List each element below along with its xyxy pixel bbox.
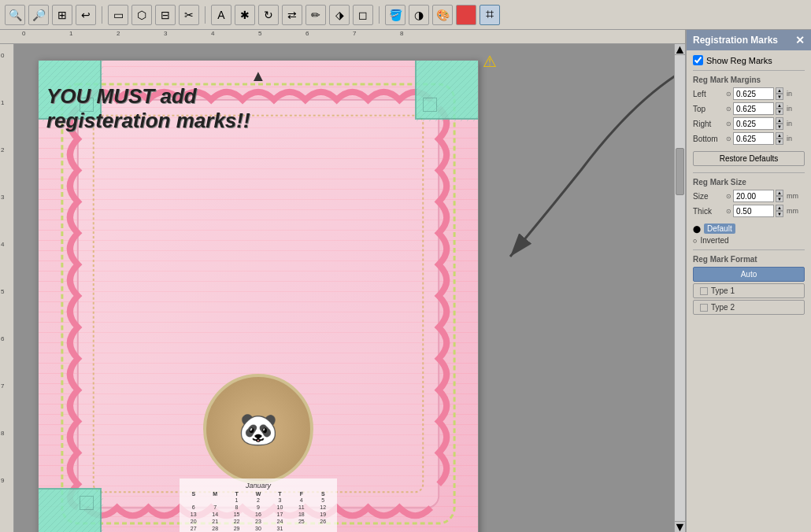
undo-button[interactable]: ↩ [76, 5, 96, 25]
zoom-in-button[interactable]: 🔍 [5, 5, 25, 25]
right-margin-input[interactable] [733, 117, 774, 130]
style-default-radio-icon: ⬤ [693, 225, 701, 233]
thick-up[interactable]: ▲ [776, 205, 783, 211]
bottom-margin-down[interactable]: ▼ [776, 139, 783, 145]
top-margin-group: ⊙ ▲ ▼ in [726, 102, 805, 115]
size-group: ⊙ ▲ ▼ mm [726, 190, 805, 202]
canvas-area[interactable]: 0 1 2 3 4 5 6 7 8 0 1 2 3 4 5 6 7 8 9 [0, 30, 685, 532]
panel-header: Registration Marks ✕ [687, 30, 811, 50]
format-auto-button[interactable]: Auto [693, 267, 805, 282]
cal-header-sun: S [183, 491, 204, 497]
table-row: 13141516171819 [183, 511, 334, 518]
thick-row: Thick ⊙ ▲ ▼ mm [693, 205, 805, 217]
canvas-wrapper[interactable]: ▲ [14, 44, 685, 532]
size-input[interactable] [733, 190, 774, 202]
calendar-body: 12345 6789101112 13141516171819 20212223… [183, 497, 334, 532]
arrow-annotation [487, 68, 683, 272]
style-inverted-radio-icon: ○ [693, 237, 697, 245]
knife-button[interactable]: ✏ [306, 5, 326, 25]
fill-button[interactable]: 🪣 [385, 5, 406, 25]
ruler-top: 0 1 2 3 4 5 6 7 8 [0, 30, 685, 44]
rotate-button[interactable]: ↻ [258, 5, 279, 25]
cut-button[interactable]: ✂ [179, 5, 199, 25]
bottom-margin-up[interactable]: ▲ [776, 132, 783, 139]
palette-button[interactable]: 🎨 [432, 5, 453, 25]
right-margin-down[interactable]: ▼ [776, 124, 783, 130]
size-section: Reg Mark Size Size ⊙ ▲ ▼ mm [693, 178, 805, 217]
format-type2-label: Type 2 [711, 303, 735, 312]
style-default-row[interactable]: ⬤ Default [693, 224, 805, 234]
ruler-label: 0 [22, 30, 25, 37]
select-lasso-button[interactable]: ⬡ [131, 5, 152, 25]
thick-label: Thick [693, 207, 726, 216]
weld-button[interactable]: ⬗ [329, 5, 350, 25]
thick-unit: mm [787, 207, 798, 215]
star-button[interactable]: ✱ [235, 5, 255, 25]
cal-header-thu: T [269, 491, 291, 497]
scrollbar-track[interactable] [675, 55, 685, 521]
bottom-margin-input[interactable] [733, 132, 774, 145]
page-instruction-text: YOU MUST add registeration marks!! [46, 84, 470, 133]
reg-marks-button[interactable]: ⌗ [480, 5, 500, 25]
cal-header-wed: W [247, 491, 268, 497]
mirror-button[interactable]: ⇄ [282, 5, 302, 25]
format-option-group: Auto Type 1 Type 2 [693, 267, 805, 315]
margins-section: Reg Mark Margins Left ⊙ ▲ ▼ in [693, 76, 805, 145]
panel-close-button[interactable]: ✕ [795, 34, 805, 46]
select-rect-button[interactable]: ▭ [108, 5, 128, 25]
left-margin-input[interactable] [733, 87, 774, 100]
top-margin-spinner: ▲ ▼ [776, 102, 783, 115]
page-text-line1: YOU MUST add [46, 84, 470, 109]
gradient-button[interactable]: ◑ [409, 5, 429, 25]
style-inverted-row[interactable]: ○ Inverted [693, 236, 805, 245]
show-reg-marks-checkbox[interactable] [693, 55, 703, 65]
scroll-up-button[interactable]: ▲ [675, 44, 685, 55]
panda-illustration: 🐼 [203, 374, 313, 484]
calendar-table: S M T W T F S 12345 6789101112 [183, 491, 334, 532]
cal-header-tue: T [226, 491, 247, 497]
scroll-down-button[interactable]: ▼ [675, 521, 685, 532]
table-row: 2728293031 [183, 525, 334, 532]
divider2 [693, 172, 805, 173]
cal-header-mon: M [204, 491, 225, 497]
bottom-margin-label: Bottom [693, 135, 726, 143]
bottom-margin-unit: in [787, 135, 792, 142]
size-spinner: ▲ ▼ [776, 190, 783, 202]
calendar-header-row: S M T W T F S [183, 491, 334, 497]
vertical-scrollbar[interactable]: ▲ ▼ [674, 44, 685, 532]
ruler-label: 7 [353, 30, 356, 37]
eraser-button[interactable]: ◻ [353, 5, 373, 25]
zoom-fit-button[interactable]: ⊞ [52, 5, 72, 25]
top-margin-up[interactable]: ▲ [776, 102, 783, 109]
reg-corner-bottom-left [38, 488, 102, 532]
size-label: Size [693, 192, 726, 201]
page: ▲ [38, 60, 479, 532]
size-down[interactable]: ▼ [776, 196, 783, 202]
zoom-out-button[interactable]: 🔎 [28, 5, 49, 25]
bottom-margin-row: Bottom ⊙ ▲ ▼ in [693, 132, 805, 145]
format-type2-button[interactable]: Type 2 [693, 300, 805, 315]
thick-input[interactable] [733, 205, 774, 217]
thick-down[interactable]: ▼ [776, 211, 783, 217]
format-type1-label: Type 1 [711, 286, 735, 295]
ruler-label: 9 [1, 477, 4, 484]
ruler-label: 6 [306, 30, 309, 37]
left-margin-down[interactable]: ▼ [776, 94, 783, 100]
ruler-label: 2 [1, 146, 4, 153]
top-margin-input[interactable] [733, 102, 774, 115]
top-margin-down[interactable]: ▼ [776, 109, 783, 115]
right-margin-group: ⊙ ▲ ▼ in [726, 117, 805, 130]
format-type2-icon [700, 304, 708, 312]
scrollbar-thumb[interactable] [676, 148, 684, 195]
right-margin-up[interactable]: ▲ [776, 117, 783, 124]
restore-defaults-button[interactable]: Restore Defaults [693, 151, 805, 166]
text-tool-button[interactable]: A [211, 5, 231, 25]
right-margin-icon: ⊙ [726, 120, 731, 127]
size-up[interactable]: ▲ [776, 190, 783, 196]
color1-button[interactable] [456, 5, 476, 25]
format-type1-icon [700, 287, 708, 295]
panel-body: Show Reg Marks Reg Mark Margins Left ⊙ ▲… [687, 50, 811, 532]
grid-button[interactable]: ⊟ [155, 5, 176, 25]
left-margin-up[interactable]: ▲ [776, 87, 783, 94]
format-type1-button[interactable]: Type 1 [693, 283, 805, 298]
